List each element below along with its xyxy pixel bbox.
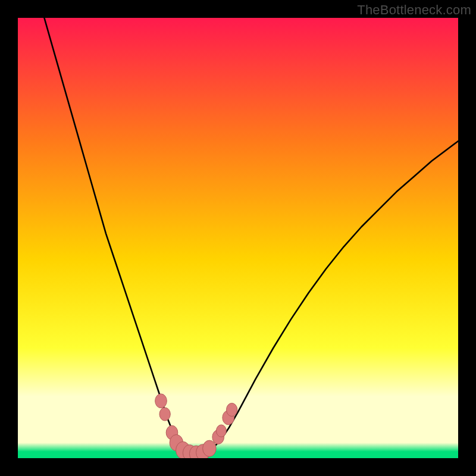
chart-svg bbox=[18, 18, 458, 458]
curve-markers bbox=[155, 394, 237, 458]
watermark-text: TheBottleneck.com bbox=[357, 2, 471, 18]
curve-marker bbox=[227, 403, 237, 416]
plot-area bbox=[18, 18, 458, 458]
curve-marker bbox=[203, 440, 217, 456]
chart-frame: TheBottleneck.com bbox=[0, 0, 476, 476]
curve-marker bbox=[159, 408, 170, 421]
curve-marker bbox=[216, 425, 226, 437]
curve-marker bbox=[155, 394, 167, 408]
bottleneck-curve bbox=[44, 18, 458, 454]
